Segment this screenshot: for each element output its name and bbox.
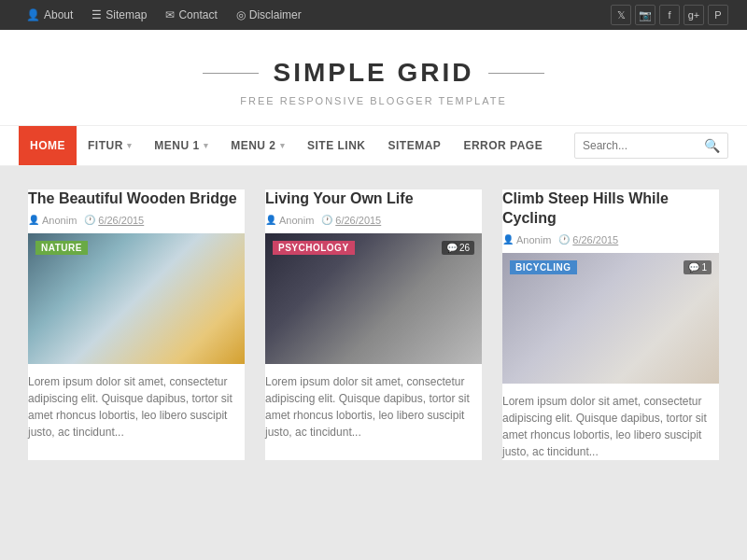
- search-button[interactable]: 🔍: [697, 133, 727, 159]
- post-author: 👤 Anonim: [502, 234, 551, 245]
- post-image-wrap: BICYCLING 💬1: [502, 253, 719, 384]
- topbar-about[interactable]: 👤 About: [19, 0, 80, 30]
- nav-menu2[interactable]: MENU 2 ▾: [219, 126, 296, 165]
- chevron-down-icon: ▾: [204, 141, 209, 150]
- user-icon: 👤: [502, 234, 514, 245]
- post-tag: PSYCHOLOGY: [273, 241, 355, 255]
- post-excerpt: Lorem ipsum dolor sit amet, consectetur …: [28, 373, 245, 441]
- post-card-1: Living Your Own Life 👤 Anonim 🕐 6/26/201…: [265, 189, 482, 460]
- post-date: 🕐 6/26/2015: [558, 234, 618, 245]
- comment-icon: 💬: [446, 243, 458, 253]
- post-image-wrap: NATURE: [28, 233, 245, 364]
- nav-sitelink[interactable]: SITE LINK: [296, 126, 377, 165]
- post-meta: 👤 Anonim 🕐 6/26/2015: [265, 215, 482, 226]
- nav-errorpage[interactable]: ERROR PAGE: [452, 126, 554, 165]
- post-image-wrap: PSYCHOLOGY 💬26: [265, 233, 482, 364]
- site-title: SIMPLE GRID: [273, 58, 473, 88]
- nav-home[interactable]: HOME: [19, 126, 77, 165]
- post-excerpt: Lorem ipsum dolor sit amet, consectetur …: [502, 393, 719, 460]
- user-icon: 👤: [26, 8, 40, 21]
- top-bar: 👤 About ☰ Sitemap ✉ Contact ◎ Disclaimer…: [0, 0, 747, 30]
- post-card-2: Climb Steep Hills While Cycling 👤 Anonim…: [502, 189, 719, 460]
- nav-menu1[interactable]: MENU 1 ▾: [143, 126, 219, 165]
- sitemap-icon: ☰: [92, 8, 102, 21]
- post-excerpt: Lorem ipsum dolor sit amet, consectetur …: [265, 373, 482, 441]
- post-meta: 👤 Anonim 🕐 6/26/2015: [28, 215, 245, 226]
- post-tag: BICYCLING: [510, 260, 577, 274]
- nav-items: HOME FITUR ▾ MENU 1 ▾ MENU 2 ▾ SITE LINK…: [19, 126, 554, 165]
- post-title: The Beautiful Wooden Bridge: [28, 189, 245, 209]
- chevron-down-icon: ▾: [280, 141, 286, 150]
- user-icon: 👤: [265, 215, 276, 225]
- nav-fitur[interactable]: FITUR ▾: [77, 126, 143, 165]
- content-area: The Beautiful Wooden Bridge 👤 Anonim 🕐 6…: [19, 189, 728, 460]
- instagram-icon[interactable]: 📷: [635, 5, 655, 25]
- post-author: 👤 Anonim: [28, 215, 77, 226]
- disclaimer-icon: ◎: [236, 8, 246, 21]
- posts-grid: The Beautiful Wooden Bridge 👤 Anonim 🕐 6…: [28, 189, 719, 460]
- top-bar-nav: 👤 About ☰ Sitemap ✉ Contact ◎ Disclaimer: [19, 0, 309, 30]
- post-title: Climb Steep Hills While Cycling: [502, 189, 719, 229]
- social-links: 𝕏 📷 f g+ P: [611, 5, 728, 25]
- site-tagline: FREE RESPONSIVE BLOGGER TEMPLATE: [19, 95, 728, 106]
- nav-sitemap[interactable]: SITEMAP: [377, 126, 453, 165]
- clock-icon: 🕐: [321, 215, 332, 225]
- post-card-0: The Beautiful Wooden Bridge 👤 Anonim 🕐 6…: [28, 189, 245, 460]
- comment-count: 💬1: [684, 260, 712, 274]
- post-date: 🕐 6/26/2015: [321, 215, 381, 226]
- clock-icon: 🕐: [84, 215, 95, 225]
- main-nav: HOME FITUR ▾ MENU 1 ▾ MENU 2 ▾ SITE LINK…: [0, 125, 747, 166]
- post-meta: 👤 Anonim 🕐 6/26/2015: [502, 234, 719, 245]
- search-input[interactable]: [575, 139, 697, 152]
- topbar-contact[interactable]: ✉ Contact: [158, 0, 224, 30]
- email-icon: ✉: [165, 8, 175, 21]
- post-author: 👤 Anonim: [265, 215, 314, 226]
- pinterest-icon[interactable]: P: [708, 5, 728, 25]
- comment-icon: 💬: [688, 262, 699, 273]
- site-header: SIMPLE GRID FREE RESPONSIVE BLOGGER TEMP…: [0, 30, 747, 125]
- googleplus-icon[interactable]: g+: [684, 5, 704, 25]
- topbar-sitemap[interactable]: ☰ Sitemap: [84, 0, 154, 30]
- post-title: Living Your Own Life: [265, 189, 482, 209]
- site-title-wrap: SIMPLE GRID: [19, 58, 728, 88]
- title-line-left: [203, 73, 259, 74]
- chevron-down-icon: ▾: [127, 141, 133, 150]
- facebook-icon[interactable]: f: [659, 5, 680, 25]
- search-icon: 🔍: [704, 138, 720, 153]
- post-date: 🕐 6/26/2015: [84, 215, 144, 226]
- title-line-right: [488, 73, 544, 74]
- twitter-icon[interactable]: 𝕏: [611, 5, 631, 25]
- clock-icon: 🕐: [558, 234, 570, 245]
- topbar-disclaimer[interactable]: ◎ Disclaimer: [229, 0, 309, 30]
- user-icon: 👤: [28, 215, 39, 225]
- comment-count: 💬26: [442, 241, 474, 255]
- search-box: 🔍: [574, 133, 728, 159]
- post-tag: NATURE: [35, 241, 88, 255]
